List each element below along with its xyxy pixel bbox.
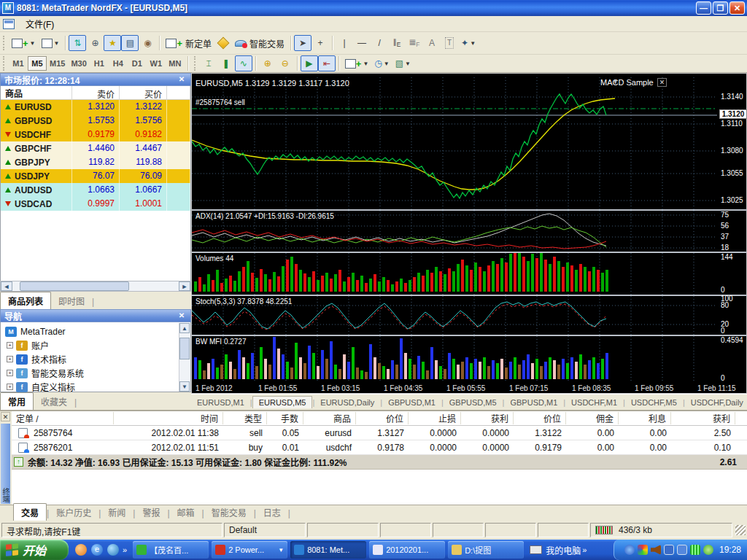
- tab-favorites[interactable]: 收藏夹: [34, 393, 74, 410]
- chart-tab-eurusdm1[interactable]: EURUSD,M1: [191, 397, 250, 408]
- strategy-tester-button[interactable]: ◉: [139, 35, 156, 51]
- taskbar-button-0[interactable]: 【茂名百...: [133, 541, 209, 559]
- taskbar-button-3[interactable]: 20120201...: [369, 541, 445, 559]
- scroll-left-icon[interactable]: ◄: [1, 281, 12, 291]
- toolbar-grip[interactable]: [3, 36, 6, 50]
- zoom-out-button[interactable]: ⊖: [276, 55, 294, 71]
- profiles-button[interactable]: ▼: [39, 35, 63, 51]
- chart-tab-gbpusdm5[interactable]: GBPUSD,M5: [444, 397, 503, 408]
- close-button[interactable]: ✕: [729, 1, 745, 15]
- cursor-tool[interactable]: ➤: [294, 35, 311, 51]
- restore-button[interactable]: ❐: [713, 1, 728, 15]
- scroll-thumb[interactable]: [179, 338, 190, 359]
- tray-antivirus-icon[interactable]: [638, 545, 648, 555]
- expert-advisors-button[interactable]: 智能交易: [232, 35, 287, 51]
- tray-back-icon[interactable]: [624, 545, 635, 555]
- mfi-pane[interactable]: [192, 336, 719, 382]
- scroll-up-icon[interactable]: ▲: [179, 323, 190, 333]
- text-tool[interactable]: A: [423, 35, 441, 51]
- timeframe-m15[interactable]: M15: [47, 56, 68, 71]
- market-watch-hscrollbar[interactable]: ◄ ►: [0, 281, 191, 292]
- terminal-close-icon[interactable]: ✕: [1, 412, 10, 421]
- tree-root-metatrader[interactable]: M MetaTrader: [2, 324, 189, 338]
- tree-item-0[interactable]: +f账户: [2, 338, 189, 352]
- scroll-down-icon[interactable]: ▼: [179, 381, 190, 392]
- chart-tab-gbpusdm1[interactable]: GBPUSD,M1: [382, 397, 441, 408]
- my-computer-toolbar[interactable]: 我的电脑: [546, 544, 581, 556]
- taskbar-button-1[interactable]: 2 Power...▼: [212, 541, 287, 559]
- terminal-tab-1[interactable]: 账户历史: [49, 504, 98, 521]
- terminal-tab-3[interactable]: 警报: [135, 504, 167, 521]
- network2-icon[interactable]: [677, 545, 687, 555]
- start-button[interactable]: 开始: [0, 540, 69, 560]
- arrows-tool[interactable]: ✦▼: [458, 35, 479, 51]
- pane-separator[interactable]: [192, 252, 747, 253]
- scroll-thumb[interactable]: [20, 281, 129, 291]
- timeframe-d1[interactable]: D1: [128, 56, 147, 71]
- input-method-icon[interactable]: [690, 545, 700, 555]
- market-watch-row[interactable]: GBPCHF1.44601.4467: [1, 141, 190, 155]
- menu-file[interactable]: 文件(F): [20, 16, 59, 31]
- new-chart-button[interactable]: +▼: [9, 35, 39, 51]
- timeframe-m1[interactable]: M1: [9, 56, 28, 71]
- expand-icon[interactable]: +: [7, 342, 13, 349]
- periods-button[interactable]: ◷▼: [371, 55, 392, 71]
- line-chart-button[interactable]: ∿: [235, 55, 252, 71]
- keyboard-icon[interactable]: [530, 545, 542, 554]
- chart-tab-eurusdm5[interactable]: EURUSD,M5: [252, 396, 313, 408]
- timeframe-mn[interactable]: MN: [166, 56, 185, 71]
- data-window-button[interactable]: ⊕: [86, 35, 104, 51]
- network-icon[interactable]: [664, 545, 674, 555]
- chart-tab-gbpusdm1[interactable]: GBPUSD,M1: [504, 397, 563, 408]
- market-watch-row[interactable]: USDJPY76.0776.09: [1, 169, 190, 183]
- zoom-in-button[interactable]: ⊕: [259, 55, 276, 71]
- taskbar-button-2[interactable]: 8081: Met...: [290, 541, 366, 559]
- pane-separator[interactable]: [192, 335, 747, 336]
- resize-grip[interactable]: [735, 525, 746, 535]
- volumes-pane[interactable]: [192, 253, 719, 295]
- text-label-tool[interactable]: T: [441, 35, 458, 51]
- expand-icon[interactable]: +: [7, 384, 13, 390]
- warning-icon[interactable]: [214, 35, 232, 51]
- navigator-vscrollbar[interactable]: ▲ ▼: [179, 323, 190, 392]
- order-row[interactable]: 258762012012.02.01 11:51buy0.01usdchf0.9…: [12, 440, 747, 455]
- order-row[interactable]: 258757642012.02.01 11:38sell0.05eurusd1.…: [12, 426, 747, 440]
- timeframe-h1[interactable]: H1: [90, 56, 109, 71]
- chart-shift-button[interactable]: ⇤: [318, 55, 336, 71]
- navigator-titlebar[interactable]: 导航 ✕: [0, 309, 191, 322]
- navigator-toggle[interactable]: ★: [104, 35, 121, 51]
- trendline-tool[interactable]: /: [371, 35, 388, 51]
- market-watch-row[interactable]: USDCHF0.91790.9182: [1, 128, 190, 141]
- market-watch-titlebar[interactable]: 市场报价: 12:28:14 ✕: [0, 73, 191, 86]
- chart-tab-usdchfm1[interactable]: USDCHF,M1: [565, 397, 623, 408]
- tab-common[interactable]: 常用: [0, 392, 34, 410]
- tab-tick-chart[interactable]: 即时图: [51, 292, 92, 309]
- market-watch-row[interactable]: EURUSD1.31201.3122: [1, 100, 190, 114]
- terminal-tab-2[interactable]: 新闻: [101, 504, 133, 521]
- tree-item-2[interactable]: +f智能交易系统: [2, 366, 189, 380]
- tab-symbols[interactable]: 商品列表: [0, 292, 51, 309]
- navigator-close-icon[interactable]: ✕: [177, 311, 187, 321]
- market-watch-row[interactable]: GBPUSD1.57531.5756: [1, 114, 190, 128]
- market-watch-header[interactable]: 商品 卖价 买价: [1, 86, 190, 100]
- chart-tab-usdchfdaily[interactable]: USDCHF,Daily: [685, 397, 747, 408]
- ie-icon[interactable]: e: [91, 544, 103, 556]
- updater-icon[interactable]: [703, 545, 713, 555]
- terminal-tab-0[interactable]: 交易: [13, 503, 47, 521]
- main-pane[interactable]: [192, 77, 719, 209]
- vertical-line-tool[interactable]: |: [336, 35, 353, 51]
- candlestick-button[interactable]: ❚: [217, 55, 235, 71]
- indicators-button[interactable]: +▼: [342, 55, 372, 71]
- toolbar-grip[interactable]: [3, 56, 6, 71]
- crosshair-tool[interactable]: +: [311, 35, 329, 51]
- terminal-vertical-title[interactable]: 终端: [1, 424, 10, 504]
- market-watch-row[interactable]: USDCAD0.99971.0001: [1, 197, 190, 211]
- volume-icon[interactable]: [651, 545, 661, 555]
- tree-item-1[interactable]: +f技术指标: [2, 352, 189, 366]
- taskbar-button-4[interactable]: D:\捉图: [448, 541, 524, 559]
- quicklaunch-icon-1[interactable]: [75, 544, 87, 556]
- terminal-tab-4[interactable]: 邮箱: [170, 504, 202, 521]
- channel-tool[interactable]: ∥E: [388, 35, 406, 51]
- chart-tab-usdchfm5[interactable]: USDCHF,M5: [625, 397, 683, 408]
- market-watch-close-icon[interactable]: ✕: [177, 75, 187, 85]
